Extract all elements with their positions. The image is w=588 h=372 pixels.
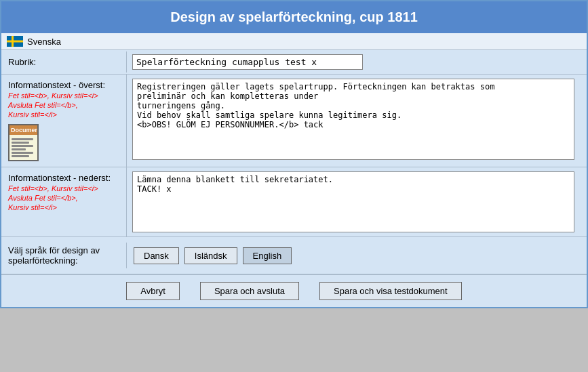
info-top-hint-1: Fet stil=<b>, Kursiv stil=<i>	[8, 91, 119, 100]
info-bottom-hint-1: Fet stil=<b>, Kursiv stil=<i>	[8, 184, 119, 192]
info-top-label-cell: Informationstext - överst: Fet stil=<b>,…	[1, 75, 127, 167]
save-preview-button[interactable]: Spara och visa testdokument	[319, 282, 462, 300]
main-container: Design av spelarförteckning, cup 1811 Sv…	[0, 0, 588, 308]
islandsk-button[interactable]: Isländsk	[184, 247, 237, 264]
info-bottom-textarea[interactable]	[132, 171, 574, 232]
info-top-label-group: Informationstext - överst: Fet stil=<b>,…	[8, 80, 119, 161]
info-top-label: Informationstext - överst:	[8, 80, 119, 90]
rubrik-input-cell	[127, 50, 587, 74]
save-close-button[interactable]: Spara och avsluta	[200, 282, 299, 300]
swedish-flag-icon	[7, 36, 23, 47]
info-top-hint-2: Avsluta Fet stil=</b>,	[8, 101, 119, 109]
rubrik-label: Rubrik:	[1, 51, 127, 73]
language-buttons-group: Dansk Isländsk English	[127, 245, 298, 267]
bottom-action-bar: Avbryt Spara och avsluta Spara och visa …	[1, 274, 587, 307]
info-bottom-hint-2: Avsluta Fet stil=</b>,	[8, 194, 119, 202]
info-top-textarea[interactable]	[132, 79, 574, 160]
page-title: Design av spelarförteckning, cup 1811	[1, 1, 587, 33]
doc-icon-header-label: Document	[9, 125, 37, 135]
dansk-button[interactable]: Dansk	[134, 247, 179, 264]
language-bar: Svenska	[1, 33, 587, 50]
language-label: Svenska	[27, 37, 61, 47]
doc-icon-lines	[9, 135, 37, 161]
doc-line-3	[12, 145, 33, 147]
language-select-row: Välj språk för design av spelarförteckni…	[1, 237, 587, 274]
document-icon: Document	[8, 124, 39, 161]
doc-line-6	[12, 155, 29, 157]
cancel-button[interactable]: Avbryt	[126, 282, 180, 300]
info-bottom-row: Informationstext - nederst: Fet stil=<b>…	[1, 167, 587, 237]
doc-line-5	[12, 152, 33, 154]
english-button[interactable]: English	[243, 247, 292, 264]
language-select-label: Välj språk för design av spelarförteckni…	[1, 243, 127, 268]
rubrik-row: Rubrik:	[1, 50, 587, 75]
info-bottom-label-group: Informationstext - nederst: Fet stil=<b>…	[8, 173, 119, 211]
doc-line-1	[12, 138, 33, 140]
info-bottom-input-cell	[127, 167, 587, 236]
info-top-input-cell	[127, 75, 587, 167]
info-bottom-label-cell: Informationstext - nederst: Fet stil=<b>…	[1, 167, 127, 236]
doc-line-4	[12, 148, 26, 150]
info-bottom-label: Informationstext - nederst:	[8, 173, 119, 183]
rubrik-input[interactable]	[132, 54, 363, 70]
info-top-row: Informationstext - överst: Fet stil=<b>,…	[1, 75, 587, 167]
doc-line-2	[12, 142, 29, 144]
info-top-hint-3: Kursiv stil=</i>	[8, 110, 119, 119]
svg-rect-2	[7, 41, 23, 43]
info-bottom-hint-3: Kursiv stil=</i>	[8, 203, 119, 211]
